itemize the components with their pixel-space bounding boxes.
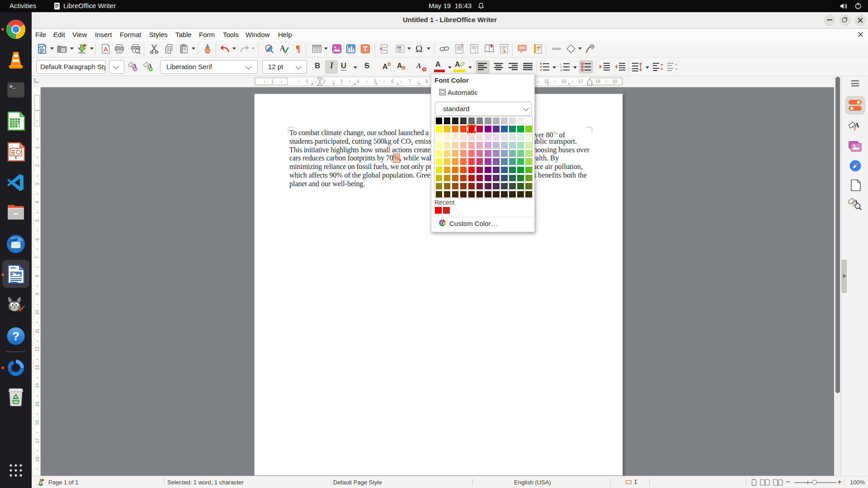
svg-text:i: i: [475, 49, 476, 53]
svg-text:I: I: [560, 62, 561, 66]
svg-text:A: A: [854, 122, 859, 129]
svg-text:?: ?: [12, 329, 19, 343]
svg-text:Ω: Ω: [415, 43, 423, 54]
svg-text:¶: ¶: [296, 44, 301, 54]
svg-text:1: 1: [461, 44, 463, 48]
svg-text:II: II: [560, 66, 562, 69]
svg-text:>_: >_: [9, 84, 16, 89]
svg-text:III: III: [560, 69, 563, 71]
